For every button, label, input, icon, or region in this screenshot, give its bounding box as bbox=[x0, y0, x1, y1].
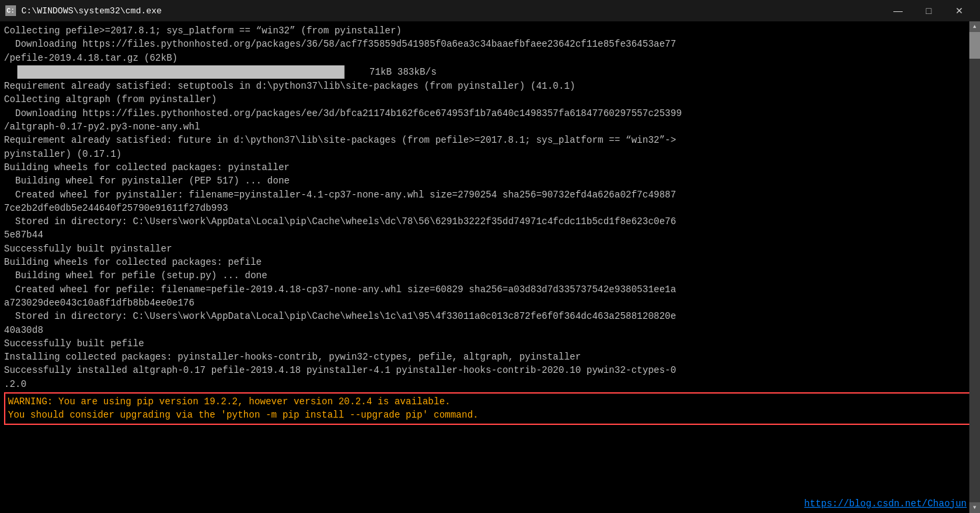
cmd-icon: C: bbox=[5, 5, 16, 16]
scrollbar-arrow-down[interactable]: ▼ bbox=[969, 502, 980, 513]
line-3: /pefile-2019.4.18.tar.gz (62kB) bbox=[4, 51, 976, 65]
line-13: Created wheel for pyinstaller: filename=… bbox=[4, 188, 976, 201]
line-9: Requirement already satisfied: future in… bbox=[4, 133, 976, 147]
terminal-content: Collecting pefile>=2017.8.1; sys_platfor… bbox=[0, 21, 980, 513]
scrollbar[interactable]: ▲ ▼ bbox=[969, 21, 980, 513]
minimize-button[interactable]: — bbox=[883, 0, 913, 21]
line-23: 40a30d8 bbox=[4, 324, 976, 337]
line-8: /altgraph-0.17-py2.py3-none-any.whl bbox=[4, 120, 976, 133]
line-6: Collecting altgraph (from pyinstaller) bbox=[4, 93, 976, 106]
line-21: a723029dee043c10a8f1dfb8bb4ee0e176 bbox=[4, 296, 976, 310]
line-14: 7ce2b2dfe0db5e244640f25790e91611f27db993 bbox=[4, 201, 976, 215]
window-title: C:\WINDOWS\system32\cmd.exe bbox=[21, 6, 162, 16]
scrollbar-thumb[interactable] bbox=[969, 32, 980, 59]
line-12: Building wheel for pyinstaller (PEP 517)… bbox=[4, 174, 976, 187]
title-bar: C: C:\WINDOWS\system32\cmd.exe — □ ✕ bbox=[0, 0, 980, 21]
maximize-button[interactable]: □ bbox=[913, 0, 944, 21]
progress-text: 71kB 383kB/s bbox=[369, 65, 437, 79]
close-button[interactable]: ✕ bbox=[944, 0, 975, 21]
line-11: Building wheels for collected packages: … bbox=[4, 161, 976, 174]
title-bar-left: C: C:\WINDOWS\system32\cmd.exe bbox=[5, 5, 162, 16]
line-5: Requirement already satisfied: setuptool… bbox=[4, 79, 976, 93]
cmd-window: C: C:\WINDOWS\system32\cmd.exe — □ ✕ Col… bbox=[0, 0, 980, 513]
line-25: Installing collected packages: pyinstall… bbox=[4, 350, 976, 364]
line-20: Created wheel for pefile: filename=pefil… bbox=[4, 283, 976, 296]
line-10: pyinstaller) (0.17.1) bbox=[4, 147, 976, 161]
line-7: Downloading https://files.pythonhosted.o… bbox=[4, 107, 976, 120]
line-16: 5e87b44 bbox=[4, 228, 976, 241]
line-15: Stored in directory: C:\Users\work\AppDa… bbox=[4, 215, 976, 228]
line-2: Downloading https://files.pythonhosted.o… bbox=[4, 37, 976, 51]
progress-row: 71kB 383kB/s bbox=[4, 65, 976, 79]
warning-line-1: WARNING: You are using pip version 19.2.… bbox=[8, 395, 972, 408]
line-17: Successfully built pyinstaller bbox=[4, 242, 976, 255]
line-19: Building wheel for pefile (setup.py) ...… bbox=[4, 269, 976, 282]
line-27: .2.0 bbox=[4, 378, 976, 391]
progress-bar bbox=[17, 65, 364, 79]
line-22: Stored in directory: C:\Users\work\AppDa… bbox=[4, 310, 976, 323]
window-controls: — □ ✕ bbox=[883, 0, 975, 21]
warning-box: WARNING: You are using pip version 19.2.… bbox=[4, 392, 976, 425]
line-24: Successfully built pefile bbox=[4, 337, 976, 350]
line-26: Successfully installed altgraph-0.17 pef… bbox=[4, 364, 976, 377]
bottom-link: https://blog.csdn.net/Chaojun bbox=[804, 497, 967, 510]
csdn-link[interactable]: https://blog.csdn.net/Chaojun bbox=[804, 498, 967, 509]
line-18: Building wheels for collected packages: … bbox=[4, 255, 976, 269]
scrollbar-arrow-up[interactable]: ▲ bbox=[969, 21, 980, 32]
warning-line-2: You should consider upgrading via the 'p… bbox=[8, 408, 972, 422]
line-1: Collecting pefile>=2017.8.1; sys_platfor… bbox=[4, 24, 976, 37]
